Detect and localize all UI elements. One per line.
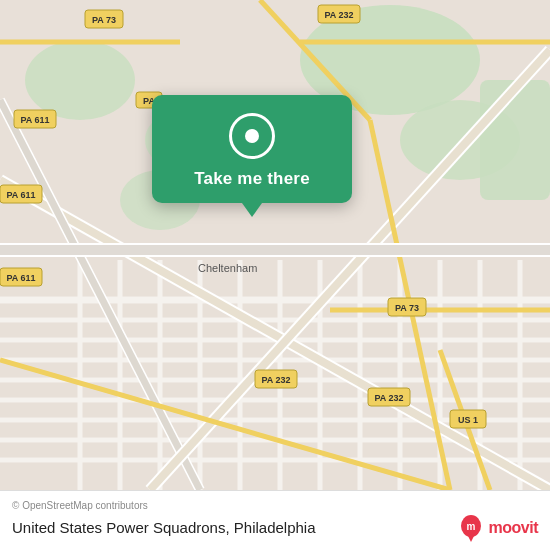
svg-point-3 xyxy=(25,40,135,120)
svg-rect-4 xyxy=(480,80,550,200)
place-name: United States Power Squadrons, Philadelp… xyxy=(12,519,316,536)
svg-text:m: m xyxy=(466,521,475,532)
moovit-text: moovit xyxy=(489,519,538,537)
svg-text:PA 73: PA 73 xyxy=(92,15,116,25)
map-container: PA 73 PA 232 PA 611 PA 611 PA 611 PA PA … xyxy=(0,0,550,490)
svg-marker-64 xyxy=(467,534,475,542)
location-pin-icon xyxy=(229,113,275,159)
svg-text:PA 611: PA 611 xyxy=(6,273,35,283)
cheltenham-label: Cheltenham xyxy=(198,262,257,274)
svg-text:PA 232: PA 232 xyxy=(374,393,403,403)
svg-text:PA 73: PA 73 xyxy=(395,303,419,313)
bottom-bar: © OpenStreetMap contributors United Stat… xyxy=(0,490,550,550)
svg-text:PA 232: PA 232 xyxy=(324,10,353,20)
popup-card[interactable]: Take me there xyxy=(152,95,352,203)
place-info: United States Power Squadrons, Philadelp… xyxy=(12,514,538,542)
popup-label[interactable]: Take me there xyxy=(194,169,310,189)
svg-text:US 1: US 1 xyxy=(458,415,478,425)
svg-text:PA 611: PA 611 xyxy=(6,190,35,200)
map-attribution: © OpenStreetMap contributors xyxy=(12,500,538,511)
svg-text:PA 232: PA 232 xyxy=(261,375,290,385)
svg-text:PA 611: PA 611 xyxy=(20,115,49,125)
moovit-logo: m moovit xyxy=(457,514,538,542)
moovit-icon: m xyxy=(457,514,485,542)
